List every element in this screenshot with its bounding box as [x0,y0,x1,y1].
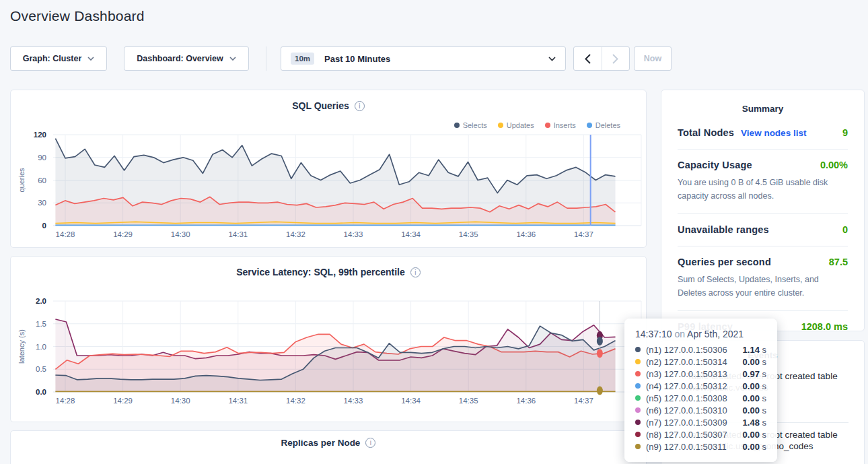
tooltip-node-value: 0.00 s [743,381,766,391]
svg-text:0: 0 [42,222,46,230]
svg-text:14:37: 14:37 [574,230,593,238]
svg-text:latency (s): latency (s) [17,329,26,364]
svg-text:14:32: 14:32 [286,230,305,238]
page-title: Overview Dashboard [10,8,145,24]
summary-card: Summary Total NodesView nodes list9Capac… [661,90,865,331]
summary-heading: Summary [661,90,864,117]
tooltip-node-value: 0.00 s [743,442,766,452]
prev-range-button[interactable] [574,47,602,70]
legend-item[interactable]: Updates [498,121,534,129]
svg-text:14:33: 14:33 [344,230,363,238]
svg-text:queries: queries [17,168,26,193]
time-range-pager [573,46,630,71]
tooltip-node-label: (n1) 127.0.0.1:50306 [646,345,727,355]
svg-text:14:30: 14:30 [171,397,190,405]
svg-text:30: 30 [38,199,46,207]
svg-text:14:29: 14:29 [113,230,133,238]
tooltip-node-label: (n2) 127.0.0.1:50314 [646,357,727,367]
tooltip-node-value: 0.00 s [743,393,766,403]
chart-hover-tooltip: 14:37:10 on Apr 5th, 2021 (n1) 127.0.0.1… [624,319,777,462]
tooltip-row: (n3) 127.0.0.1:503130.97 s [635,368,766,380]
svg-text:14:31: 14:31 [228,397,248,405]
summary-row: Queries per second87.5Sum of Selects, Up… [678,246,848,310]
svg-text:14:30: 14:30 [171,230,190,238]
toolbar-divider [266,46,266,71]
series-dot-icon [635,383,641,389]
legend-item[interactable]: Selects [454,121,487,129]
graph-dropdown[interactable]: Graph: Cluster [10,46,107,71]
tooltip-node-label: (n7) 127.0.0.1:50309 [646,418,727,428]
svg-text:14:28: 14:28 [56,397,75,405]
tooltip-row: (n5) 127.0.0.1:503080.00 s [635,392,766,404]
summary-row: Total NodesView nodes list9 [678,117,848,149]
series-dot-icon [635,395,641,401]
svg-text:60: 60 [38,176,46,185]
legend-item[interactable]: Deletes [587,121,620,129]
series-dot-icon [635,347,641,352]
svg-text:14:36: 14:36 [516,230,536,238]
time-range-label: Past 10 Minutes [324,54,390,64]
tooltip-row: (n6) 127.0.0.1:503100.00 s [635,404,766,416]
tooltip-row: (n9) 127.0.0.1:503110.00 s [635,440,766,453]
graph-dropdown-label: Graph: Cluster [23,54,82,63]
svg-text:14:28: 14:28 [56,230,75,238]
service-latency-chart[interactable]: 0.00.51.01.52.014:2814:2914:3014:3114:32… [11,296,647,409]
next-range-button[interactable] [602,47,630,70]
now-button-label: Now [644,54,661,63]
info-icon[interactable]: i [365,438,375,448]
view-nodes-link[interactable]: View nodes list [741,128,806,138]
tooltip-row: (n8) 127.0.0.1:503070.00 s [635,428,766,440]
legend-label: Updates [507,121,534,129]
tooltip-row: (n4) 127.0.0.1:503120.00 s [635,380,766,392]
info-icon[interactable]: i [410,267,421,277]
tooltip-timestamp: 14:37:10 on Apr 5th, 2021 [635,327,766,343]
legend-dot-icon [545,123,550,128]
sql-queries-chart[interactable]: 030609012014:2814:2914:3014:3114:3214:33… [11,129,647,242]
sql-queries-legend: SelectsUpdatesInsertsDeletes [454,121,620,129]
tooltip-row: (n1) 127.0.0.1:503061.14 s [635,343,766,356]
dashboard-dropdown-label: Dashboard: Overview [137,54,223,63]
tooltip-node-label: (n8) 127.0.0.1:50307 [646,430,727,440]
svg-text:0.5: 0.5 [36,365,46,373]
legend-dot-icon [498,123,503,128]
legend-label: Deletes [595,121,620,129]
svg-text:120: 120 [34,131,46,139]
summary-row-label: Total Nodes [678,127,734,138]
svg-text:14:34: 14:34 [401,230,421,238]
svg-text:90: 90 [38,154,46,162]
series-dot-icon [635,432,641,437]
summary-row-value: 87.5 [829,257,848,267]
time-range-dropdown[interactable]: 10m Past 10 Minutes [281,46,566,71]
summary-row-value: 0.00% [820,160,848,170]
summary-row-label: Queries per second [678,257,771,267]
tooltip-node-value: 0.97 s [743,369,766,379]
summary-row-value: 1208.0 ms [801,321,848,332]
legend-item[interactable]: Inserts [545,121,576,129]
svg-text:2.0: 2.0 [36,297,46,305]
legend-dot-icon [587,123,592,128]
tooltip-node-label: (n5) 127.0.0.1:50308 [646,393,727,403]
tooltip-row: (n7) 127.0.0.1:503091.48 s [635,416,766,428]
series-dot-icon [635,359,641,364]
tooltip-row: (n2) 127.0.0.1:503140.00 s [635,356,766,368]
svg-text:14:37: 14:37 [574,397,593,405]
now-button[interactable]: Now [634,46,672,71]
series-dot-icon [635,407,641,413]
tooltip-node-value: 1.14 s [743,345,766,355]
svg-text:1.0: 1.0 [36,343,46,351]
dashboard-dropdown[interactable]: Dashboard: Overview [124,46,249,71]
svg-text:14:35: 14:35 [459,230,478,238]
svg-text:14:36: 14:36 [516,397,536,405]
legend-dot-icon [454,123,460,128]
info-icon[interactable]: i [355,101,365,111]
service-latency-title: Service Latency: SQL, 99th percentile [236,267,405,277]
replicas-per-node-title: Replicas per Node [281,438,361,448]
svg-text:14:35: 14:35 [459,397,478,405]
svg-text:14:32: 14:32 [286,397,305,405]
summary-row-label: Capacity Usage [678,160,752,170]
chevron-down-icon [548,57,556,61]
series-dot-icon [635,371,641,376]
tooltip-node-label: (n6) 127.0.0.1:50310 [646,405,727,416]
svg-text:0.0: 0.0 [36,388,46,396]
legend-label: Selects [463,121,487,129]
